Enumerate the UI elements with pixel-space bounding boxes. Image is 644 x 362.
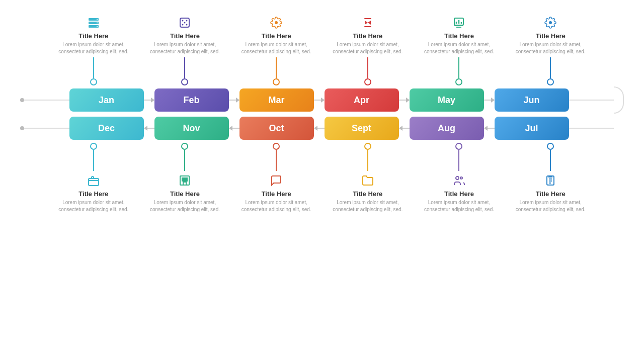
top-icon-2	[270, 15, 282, 30]
top-dot-3	[364, 78, 371, 85]
bottom-dot-5	[547, 143, 554, 150]
bottom-desc-1: Lorem ipsum dolor sit amet, consectetur …	[141, 199, 229, 213]
bottom-icon-5	[544, 173, 556, 188]
pill-sept: Sept	[325, 117, 399, 140]
row2-arrow-2	[229, 126, 239, 131]
row1-arrow-5	[484, 98, 495, 103]
row1-curve-end	[614, 86, 624, 114]
svg-rect-12	[364, 18, 371, 19]
top-title-4: Title Here	[444, 32, 474, 40]
arrow-head-left	[314, 126, 317, 131]
top-item-apr: Title Here Lorem ipsum dolor sit amet, c…	[322, 15, 414, 85]
top-vert-line-5	[550, 57, 551, 78]
row1-line-end	[569, 100, 614, 101]
top-icon-1	[179, 15, 191, 30]
arrow-head	[151, 98, 154, 103]
bottom-title-2: Title Here	[262, 190, 291, 198]
pill-jul: Jul	[495, 117, 569, 140]
svg-point-11	[184, 22, 186, 24]
row1-line-start	[24, 100, 69, 101]
arrow-head	[491, 98, 495, 103]
top-title-5: Title Here	[536, 32, 566, 40]
top-vert-line-3	[367, 57, 368, 78]
arrow-line	[317, 128, 325, 129]
row1-arrow-1	[144, 98, 154, 103]
bottom-vert-line-1	[184, 150, 185, 171]
pill-jun: Jun	[495, 88, 569, 112]
row1-start-dot	[20, 98, 24, 102]
svg-point-3	[97, 19, 98, 20]
bottom-vert-line-5	[550, 150, 551, 171]
bottom-section: Title Here Lorem ipsum dolor sit amet, c…	[20, 143, 624, 213]
bottom-desc-3: Lorem ipsum dolor sit amet, consectetur …	[324, 199, 412, 213]
bottom-icon-0	[88, 173, 100, 188]
row2-pills: Dec Nov Oct Sept Aug Jul	[69, 117, 569, 140]
top-desc-4: Lorem ipsum dolor sit amet, consectetur …	[416, 41, 503, 55]
top-icon-4	[453, 15, 465, 30]
bottom-title-4: Title Here	[444, 190, 474, 198]
page-title	[0, 0, 644, 15]
svg-rect-13	[364, 26, 371, 27]
arrow-line	[144, 100, 151, 101]
bottom-item-aug: Title Here Lorem ipsum dolor sit amet, c…	[414, 143, 505, 213]
svg-rect-15	[89, 178, 99, 186]
svg-point-10	[186, 24, 188, 26]
pill-may: May	[410, 88, 484, 112]
pill-oct: Oct	[239, 117, 314, 140]
bottom-desc-0: Lorem ipsum dolor sit amet, consectetur …	[50, 199, 137, 213]
top-vert-line-1	[184, 57, 185, 78]
arrow-head	[236, 98, 239, 103]
arrow-head-left	[229, 126, 232, 131]
bottom-item-jul: Title Here Lorem ipsum dolor sit amet, c…	[505, 143, 596, 213]
bottom-dot-2	[273, 143, 280, 150]
bottom-vert-line-4	[458, 150, 459, 171]
arrow-line	[229, 100, 236, 101]
svg-point-4	[97, 23, 98, 24]
top-item-may: Title Here Lorem ipsum dolor sit amet, c…	[414, 15, 505, 85]
row2-start-dot	[20, 126, 24, 130]
svg-point-9	[182, 24, 184, 26]
arrow-line	[484, 100, 491, 101]
row2-line-end	[569, 128, 614, 129]
top-item-feb: Title Here Lorem ipsum dolor sit amet, c…	[139, 15, 231, 85]
top-section: Title Here Lorem ipsum dolor sit amet, c…	[20, 15, 624, 85]
bottom-dot-1	[181, 143, 188, 150]
svg-point-5	[97, 26, 98, 27]
row2-arrow-1	[144, 126, 154, 131]
svg-point-8	[186, 20, 188, 22]
top-icon-0	[88, 15, 100, 30]
arrow-line	[232, 128, 239, 129]
row1: Jan Feb Mar Apr May Jun	[20, 86, 624, 114]
top-desc-0: Lorem ipsum dolor sit amet, consectetur …	[50, 41, 137, 55]
row2-arrow-4	[399, 126, 410, 131]
bottom-icon-3	[362, 173, 374, 188]
bottom-icon-2	[270, 173, 282, 188]
bottom-desc-4: Lorem ipsum dolor sit amet, consectetur …	[416, 199, 503, 213]
top-title-1: Title Here	[170, 32, 200, 40]
top-item-jan: Title Here Lorem ipsum dolor sit amet, c…	[48, 15, 139, 85]
top-dot-5	[547, 78, 554, 85]
top-title-3: Title Here	[353, 32, 382, 40]
top-dot-2	[273, 78, 280, 85]
timeline-rows: Jan Feb Mar Apr May Jun Dec Nov	[20, 86, 624, 142]
svg-point-18	[460, 177, 462, 179]
bottom-icon-1	[179, 173, 191, 188]
bottom-vert-line-2	[276, 150, 277, 171]
row2-line-start	[24, 128, 69, 129]
pill-mar: Mar	[239, 88, 314, 112]
row2-curve-end	[614, 115, 624, 142]
top-title-0: Title Here	[78, 32, 108, 40]
bottom-title-5: Title Here	[536, 190, 566, 198]
top-icon-3	[362, 15, 374, 30]
top-dot-4	[455, 78, 462, 85]
bottom-icon-4	[453, 173, 465, 188]
top-dot-1	[181, 78, 188, 85]
bottom-item-dec: Title Here Lorem ipsum dolor sit amet, c…	[48, 143, 139, 213]
pill-apr: Apr	[325, 88, 399, 112]
top-desc-5: Lorem ipsum dolor sit amet, consectetur …	[507, 41, 594, 55]
row2-arrow-5	[484, 126, 495, 131]
bottom-title-1: Title Here	[170, 190, 200, 198]
top-title-2: Title Here	[262, 32, 291, 40]
pill-feb: Feb	[154, 88, 229, 112]
bottom-dot-4	[455, 143, 462, 150]
